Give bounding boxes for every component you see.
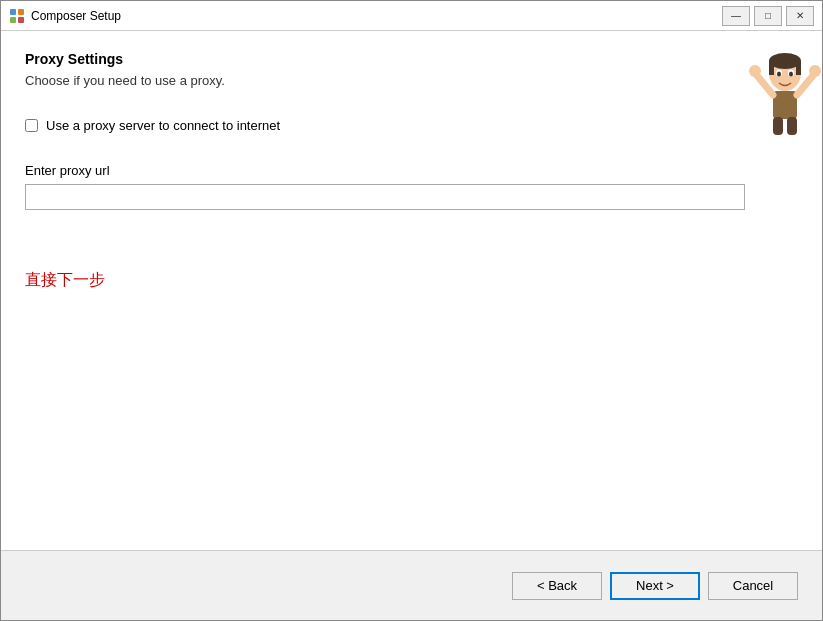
close-button[interactable]: ✕ [786, 6, 814, 26]
proxy-checkbox[interactable] [25, 119, 38, 132]
mascot-area [745, 51, 823, 530]
svg-rect-6 [769, 61, 774, 75]
cancel-button[interactable]: Cancel [708, 572, 798, 600]
maximize-button[interactable]: □ [754, 6, 782, 26]
minimize-button[interactable]: — [722, 6, 750, 26]
app-icon [9, 8, 25, 24]
svg-rect-2 [10, 17, 16, 23]
svg-point-11 [789, 72, 793, 77]
svg-rect-17 [773, 117, 783, 135]
svg-point-15 [749, 65, 761, 77]
svg-rect-18 [787, 117, 797, 135]
svg-rect-12 [773, 91, 797, 119]
back-button[interactable]: < Back [512, 572, 602, 600]
svg-point-16 [809, 65, 821, 77]
footer: < Back Next > Cancel [1, 550, 822, 620]
svg-rect-3 [18, 17, 24, 23]
main-content: Proxy Settings Choose if you need to use… [25, 51, 745, 530]
composer-setup-window: Composer Setup — □ ✕ Proxy Settings Choo… [0, 0, 823, 621]
section-title: Proxy Settings [25, 51, 745, 67]
proxy-url-label: Enter proxy url [25, 163, 745, 178]
content-area: Proxy Settings Choose if you need to use… [1, 31, 822, 550]
proxy-checkbox-row: Use a proxy server to connect to interne… [25, 118, 745, 133]
next-button[interactable]: Next > [610, 572, 700, 600]
title-bar: Composer Setup — □ ✕ [1, 1, 822, 31]
svg-point-10 [777, 72, 781, 77]
svg-rect-0 [10, 9, 16, 15]
annotation-text: 直接下一步 [25, 270, 745, 291]
svg-rect-7 [796, 61, 801, 75]
section-subtitle: Choose if you need to use a proxy. [25, 73, 745, 88]
window-controls: — □ ✕ [722, 6, 814, 26]
proxy-url-input[interactable] [25, 184, 745, 210]
window-title: Composer Setup [31, 9, 722, 23]
mascot-image [745, 51, 823, 141]
svg-rect-1 [18, 9, 24, 15]
proxy-checkbox-label[interactable]: Use a proxy server to connect to interne… [46, 118, 280, 133]
